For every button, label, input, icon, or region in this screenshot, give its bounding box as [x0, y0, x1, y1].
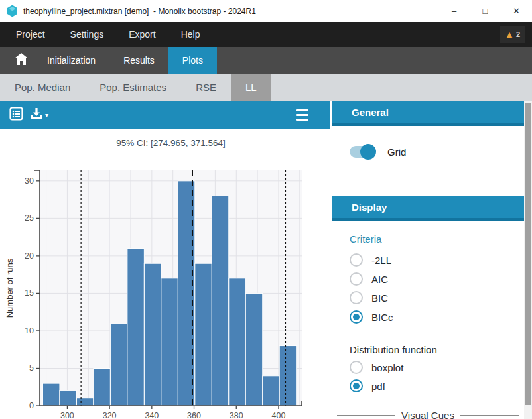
plot-settings-button[interactable] [296, 109, 308, 121]
grid-toggle[interactable] [350, 146, 374, 158]
section-header-display[interactable]: Display [332, 196, 524, 221]
svg-text:20: 20 [25, 251, 34, 261]
svg-text:30: 30 [25, 176, 34, 186]
svg-text:0: 0 [29, 401, 34, 410]
subtab-ll[interactable]: LL [231, 74, 271, 101]
svg-text:320: 320 [103, 411, 117, 419]
panel-scrollbar[interactable] [524, 101, 532, 419]
plot-toolbar: ▾ [0, 101, 330, 129]
legend-button[interactable] [9, 107, 23, 123]
svg-text:10: 10 [25, 326, 34, 335]
divider-line [460, 415, 519, 416]
divider-line [337, 415, 395, 416]
menu-export[interactable]: Export [116, 22, 168, 47]
radio-row-2ll[interactable]: -2LL [350, 253, 391, 267]
home-icon [15, 53, 28, 68]
grid-toggle-row: Grid [350, 146, 406, 158]
radio-boxplot[interactable] [350, 361, 363, 374]
main-tab-bar: Initialization Results Plots [0, 47, 532, 74]
minimize-button[interactable]: – [438, 0, 470, 22]
export-plot-button[interactable]: ▾ [30, 107, 48, 123]
export-download-icon [30, 107, 43, 123]
svg-text:360: 360 [187, 411, 201, 419]
maximize-button[interactable]: □ [470, 0, 501, 22]
svg-text:300: 300 [60, 411, 74, 419]
ll-histogram-panel: 95% CI: [274.965, 371.564] 3003203403603… [0, 129, 330, 419]
radio-pdf-label: pdf [371, 381, 385, 392]
home-button[interactable] [9, 47, 33, 74]
scrollbar-thumb[interactable] [525, 103, 531, 405]
tab-results[interactable]: Results [109, 47, 168, 74]
plot-tab-bar: Pop. Median Pop. Estimates RSE LL [0, 74, 532, 101]
svg-text:5: 5 [29, 363, 34, 373]
subtab-pop-estimates[interactable]: Pop. Estimates [85, 74, 181, 101]
app-logo-icon [7, 5, 18, 17]
tab-plots[interactable]: Plots [168, 47, 217, 74]
subtab-rse[interactable]: RSE [181, 74, 231, 101]
radio-row-bic[interactable]: BIC [350, 291, 388, 304]
grid-toggle-knob [360, 144, 376, 160]
warning-triangle-icon: ▲ [505, 30, 514, 39]
tab-initialization[interactable]: Initialization [33, 47, 109, 74]
legend-list-icon [9, 107, 23, 123]
radio-boxplot-label: boxplot [371, 362, 403, 373]
radio-row-boxplot[interactable]: boxplot [350, 361, 403, 374]
visual-cues-section-header[interactable]: Visual Cues [332, 410, 524, 419]
svg-text:340: 340 [145, 411, 159, 419]
radio-bicc[interactable] [350, 310, 363, 324]
subtab-pop-median[interactable]: Pop. Median [0, 74, 85, 101]
radio-aic[interactable] [350, 272, 363, 286]
radio-row-pdf[interactable]: pdf [350, 379, 385, 392]
radio-bic-label: BIC [371, 292, 388, 304]
warnings-badge[interactable]: ▲ 2 [500, 26, 525, 43]
distribution-group-label: Distribution function [350, 344, 437, 355]
section-header-general[interactable]: General [332, 101, 524, 126]
ll-histogram[interactable]: 300320340360380400051015202530Number of … [0, 129, 330, 419]
visual-cues-label: Visual Cues [401, 410, 454, 419]
svg-text:25: 25 [25, 213, 34, 223]
radio-2ll-label: -2LL [371, 255, 391, 266]
svg-text:380: 380 [230, 411, 243, 419]
window-controls: – □ ✕ [438, 0, 532, 22]
radio-bicc-label: BICc [371, 312, 393, 323]
radio-bic[interactable] [350, 291, 363, 304]
hamburger-menu-icon [296, 109, 308, 111]
menu-settings[interactable]: Settings [58, 22, 117, 47]
title-bar: theophylline_project.mlxtran [demo] - Mo… [0, 0, 532, 22]
radio-2ll[interactable] [350, 253, 363, 267]
radio-row-bicc[interactable]: BICc [350, 310, 393, 324]
menu-help[interactable]: Help [168, 22, 213, 47]
menu-project[interactable]: Project [16, 22, 58, 47]
radio-row-aic[interactable]: AIC [350, 272, 388, 286]
radio-pdf[interactable] [350, 379, 363, 392]
general-title: General [352, 107, 389, 118]
warning-count: 2 [516, 30, 520, 38]
caret-down-icon: ▾ [45, 111, 48, 119]
menu-bar: Project Settings Export Help ▲ 2 [0, 22, 532, 47]
close-button[interactable]: ✕ [501, 0, 532, 22]
settings-panel: General Grid Display Criteria -2LL AIC B… [330, 101, 524, 419]
display-title: Display [352, 202, 387, 213]
grid-toggle-label: Grid [387, 147, 406, 158]
svg-text:Number of runs: Number of runs [5, 258, 15, 318]
criteria-group-label: Criteria [350, 233, 381, 245]
window-title: theophylline_project.mlxtran [demo] - Mo… [23, 7, 256, 16]
svg-text:400: 400 [272, 411, 286, 419]
svg-text:15: 15 [25, 288, 34, 298]
radio-aic-label: AIC [371, 274, 388, 285]
